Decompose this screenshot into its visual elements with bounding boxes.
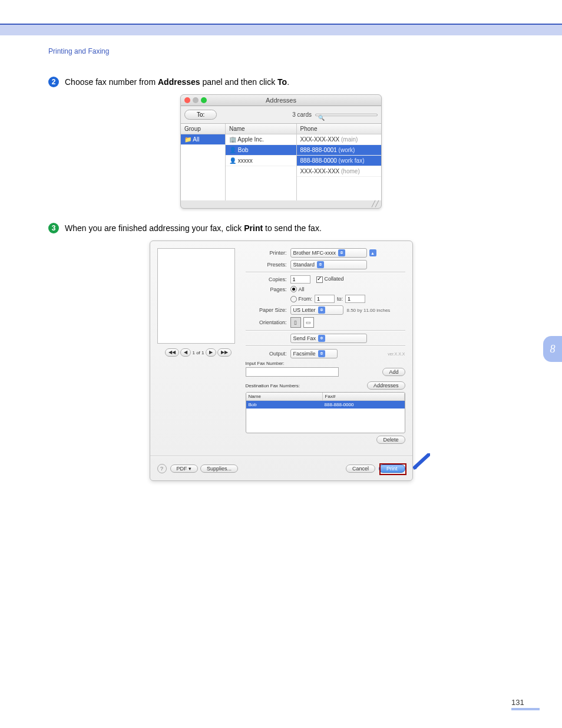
version-text: ver.X.X.X [388, 352, 405, 356]
phone-row[interactable]: 888-888-0001 (work) [297, 145, 381, 156]
delete-button[interactable]: Delete [376, 436, 405, 444]
copies-label: Copies: [246, 276, 290, 282]
phone-row[interactable]: XXX-XXX-XXX (main) [297, 134, 381, 145]
orientation-label: Orientation: [246, 319, 290, 325]
step-2: 2 Choose fax number from Addresses panel… [48, 77, 514, 87]
printer-select[interactable]: Brother MFC-xxxx≑ [290, 248, 367, 258]
fax-number-input[interactable] [246, 367, 339, 377]
dest-fax-header: Fax# [323, 393, 405, 400]
to-input[interactable] [345, 295, 365, 303]
search-input[interactable]: 🔍 [315, 114, 378, 116]
phone-header: Phone [297, 124, 381, 134]
name-row[interactable]: 👤 xxxxx [226, 156, 296, 166]
print-button[interactable]: Print [379, 465, 405, 473]
destination-row[interactable]: Bob 888-888-0000 [246, 401, 405, 409]
arrow-annotation-icon [412, 453, 430, 471]
dropdown-icon: ≑ [338, 249, 345, 256]
name-row[interactable]: 🏢 Apple Inc. [226, 134, 296, 145]
step-badge-3: 3 [48, 223, 59, 233]
supplies-button[interactable]: Supplies... [200, 465, 238, 473]
paper-size-select[interactable]: US Letter≑ [290, 305, 343, 315]
printer-label: Printer: [246, 250, 290, 256]
cancel-button[interactable]: Cancel [346, 465, 375, 473]
output-select[interactable]: Facsimile≑ [290, 349, 338, 358]
window-title: Addresses [181, 97, 381, 104]
pages-all-radio[interactable] [290, 286, 297, 292]
output-label: Output: [246, 351, 290, 357]
paper-dim: 8.50 by 11.00 inches [347, 308, 391, 313]
page-indicator: 1 of 1 [192, 350, 204, 355]
add-button[interactable]: Add [382, 368, 405, 376]
destination-table[interactable]: Name Fax# Bob 888-888-0000 [246, 392, 405, 433]
pages-label: Pages: [246, 286, 290, 292]
minimize-icon[interactable] [193, 97, 199, 103]
name-row-selected[interactable]: 👤 Bob [226, 145, 296, 156]
group-row-all[interactable]: 📁 All [181, 134, 225, 145]
dropdown-icon: ≑ [318, 307, 325, 314]
collated-checkbox[interactable] [316, 276, 323, 283]
chapter-tab: 8 [543, 336, 562, 362]
paper-size-label: Paper Size: [246, 307, 290, 313]
phone-row[interactable]: XXX-XXX-XXX (home) [297, 166, 381, 177]
presets-label: Presets: [246, 262, 290, 268]
dest-name-header: Name [246, 393, 323, 400]
portrait-button[interactable]: ▯ [290, 317, 301, 328]
group-header: Group [181, 124, 225, 134]
help-icon[interactable]: ? [157, 464, 167, 473]
pdf-button[interactable]: PDF ▾ [170, 465, 199, 473]
phone-row-selected[interactable]: 888-888-0000 (work fax) [297, 156, 381, 166]
close-icon[interactable] [184, 97, 190, 103]
input-fax-label: Input Fax Number: [246, 361, 405, 366]
print-dialog: ◀◀ ◀ 1 of 1 ▶ ▶▶ Printer: Brother MFC-xx… [150, 241, 413, 481]
addresses-window: Addresses To: 3 cards 🔍 Group 📁 All Name… [180, 94, 382, 209]
zoom-icon[interactable] [201, 97, 207, 103]
titlebar: Addresses [181, 95, 381, 106]
copies-input[interactable] [290, 275, 310, 284]
addresses-button[interactable]: Addresses [367, 381, 405, 390]
dest-fax-label: Destination Fax Numbers: [246, 383, 300, 388]
preview-area [157, 248, 235, 344]
dropdown-icon: ≑ [317, 261, 324, 268]
step-3: 3 When you are finished addressing your … [48, 223, 514, 233]
step-3-text: When you are finished addressing your fa… [65, 223, 322, 233]
prev-page-button[interactable]: ◀ [180, 348, 191, 357]
dropdown-icon: ≑ [318, 335, 325, 342]
to-button[interactable]: To: [184, 110, 217, 120]
from-input[interactable] [315, 295, 335, 303]
last-page-button[interactable]: ▶▶ [217, 348, 232, 357]
collapse-button[interactable]: ▲ [369, 249, 376, 256]
section-header: Printing and Faxing [48, 47, 514, 55]
pages-from-radio[interactable] [290, 296, 297, 302]
first-page-button[interactable]: ◀◀ [165, 348, 179, 357]
panel-select[interactable]: Send Fax≑ [290, 334, 367, 343]
name-header: Name [226, 124, 296, 134]
landscape-button[interactable]: ▭ [303, 317, 314, 328]
cards-count: 3 cards [292, 111, 312, 118]
resize-handle-icon[interactable]: ╱╱ [181, 200, 381, 208]
search-icon: 🔍 [318, 115, 325, 121]
next-page-button[interactable]: ▶ [206, 348, 216, 357]
step-badge-2: 2 [48, 77, 59, 87]
step-2-text: Choose fax number from Addresses panel a… [65, 77, 289, 87]
presets-select[interactable]: Standard≑ [290, 260, 367, 269]
dropdown-icon: ≑ [318, 350, 325, 357]
